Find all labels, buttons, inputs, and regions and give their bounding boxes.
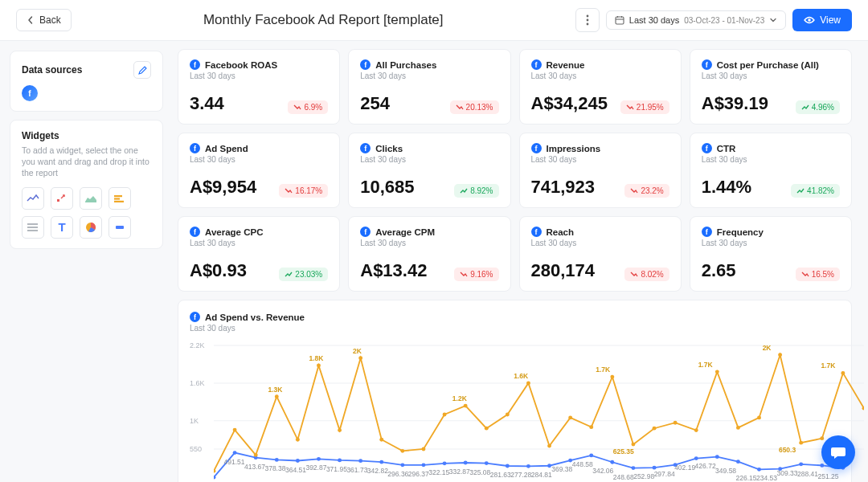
svg-point-27 — [338, 459, 342, 463]
svg-rect-16 — [116, 226, 124, 229]
metric-value: A$0.93 — [190, 260, 247, 281]
spend-point-label: 234.53 — [756, 474, 777, 482]
svg-point-83 — [862, 406, 864, 411]
chat-icon — [830, 444, 846, 460]
metric-card-clicks[interactable]: fClicksLast 30 days10,6858.92% — [348, 133, 510, 208]
metric-value: 280,174 — [531, 260, 596, 281]
widget-text[interactable]: T — [51, 216, 73, 239]
metric-delta: 4.96% — [796, 100, 840, 114]
facebook-icon: f — [360, 59, 371, 70]
metric-name: Clicks — [375, 144, 403, 153]
metric-card-impressions[interactable]: fImpressionsLast 30 days741,92323.2% — [519, 133, 682, 208]
metric-card-ctr[interactable]: fCTRLast 30 days1.44%41.82% — [690, 133, 852, 208]
view-label: View — [820, 14, 841, 26]
spend-point-label: 325.08 — [469, 468, 490, 476]
svg-rect-8 — [57, 199, 59, 202]
spend-point-label: 342.82 — [367, 467, 388, 475]
facebook-icon: f — [190, 59, 200, 70]
revenue-trough-label: 650.3 — [779, 446, 796, 454]
page-title: Monthly Facebook Ad Report [template] — [72, 12, 575, 28]
metric-subtitle: Last 30 days — [702, 155, 840, 164]
metric-card-frequency[interactable]: fFrequencyLast 30 days2.6516.5% — [690, 216, 852, 292]
svg-point-64 — [464, 404, 468, 408]
widget-area[interactable] — [80, 187, 102, 210]
svg-point-57 — [317, 364, 321, 368]
widget-line[interactable] — [22, 187, 44, 210]
svg-point-1 — [586, 19, 588, 22]
widget-ranked[interactable] — [51, 187, 73, 210]
metric-card-reach[interactable]: fReachLast 30 days280,1748.02% — [519, 216, 682, 292]
metric-name: Revenue — [547, 60, 585, 70]
widget-single[interactable] — [108, 216, 131, 239]
calendar-icon — [615, 15, 624, 25]
svg-point-36 — [526, 464, 530, 468]
svg-point-0 — [586, 15, 588, 18]
facebook-icon: f — [360, 227, 371, 237]
help-chat-button[interactable] — [821, 435, 855, 469]
svg-point-44 — [694, 456, 698, 460]
svg-point-33 — [464, 461, 468, 465]
date-range-value: 03-Oct-23 - 01-Nov-23 — [684, 16, 764, 25]
facebook-data-source-icon[interactable]: f — [22, 85, 38, 101]
svg-point-65 — [485, 427, 489, 431]
metric-subtitle: Last 30 days — [190, 155, 328, 164]
metric-card-average-cpc[interactable]: fAverage CPCLast 30 daysA$0.9323.03% — [178, 216, 340, 292]
data-sources-panel: Data sources f — [10, 51, 163, 112]
spend-point-label: 371.95 — [326, 465, 347, 473]
svg-point-53 — [233, 428, 237, 432]
metric-card-ad-spend[interactable]: fAd SpendLast 30 daysA$9,95416.17% — [178, 133, 340, 208]
svg-point-47 — [757, 468, 761, 472]
spend-point-label: 248.68 — [613, 473, 634, 481]
svg-point-49 — [799, 462, 803, 466]
revenue-peak-label: 1.6K — [514, 372, 528, 380]
facebook-icon: f — [702, 59, 712, 70]
svg-point-74 — [674, 421, 678, 425]
metric-name: Facebook ROAS — [205, 60, 277, 70]
metric-name: Cost per Purchase (All) — [717, 60, 819, 70]
svg-point-50 — [820, 464, 824, 468]
metric-value: A$9,954 — [190, 177, 256, 198]
metric-card-average-cpm[interactable]: fAverage CPMLast 30 daysA$13.429.16% — [348, 216, 510, 292]
metric-card-revenue[interactable]: fRevenueLast 30 daysA$34,24521.95% — [519, 49, 682, 125]
svg-point-45 — [715, 455, 719, 459]
widget-bars[interactable] — [108, 187, 131, 210]
metric-value: A$34,245 — [531, 93, 608, 114]
spend-point-label: 288.41 — [797, 470, 818, 478]
svg-point-71 — [610, 375, 614, 379]
revenue-peak-label: 1.7K — [821, 362, 836, 370]
metric-card-facebook-roas[interactable]: fFacebook ROASLast 30 days3.446.9% — [178, 49, 340, 125]
spend-point-label: 342.06 — [592, 467, 613, 475]
svg-point-73 — [653, 427, 657, 431]
svg-point-56 — [296, 438, 300, 442]
spend-point-label: 296.37 — [408, 470, 429, 478]
svg-point-25 — [296, 459, 300, 463]
edit-data-sources-button[interactable] — [133, 61, 151, 79]
widget-list[interactable] — [22, 216, 44, 239]
y-tick: 2.2K — [190, 341, 205, 349]
view-button[interactable]: View — [792, 9, 852, 31]
metric-subtitle: Last 30 days — [360, 71, 498, 80]
svg-point-29 — [379, 460, 383, 464]
spend-point-label: 281.63 — [490, 471, 511, 479]
more-menu-button[interactable] — [575, 8, 600, 32]
spend-point-label: 252.98 — [633, 472, 654, 480]
svg-point-62 — [422, 447, 426, 451]
y-tick: 1.6K — [190, 379, 205, 387]
metric-delta: 8.02% — [624, 268, 669, 281]
metric-card-cost-per-purchase-all-[interactable]: fCost per Purchase (All)Last 30 daysA$39… — [690, 49, 852, 125]
widget-pie[interactable] — [80, 216, 102, 239]
metric-delta: 9.16% — [454, 268, 498, 281]
metric-delta: 41.82% — [791, 184, 840, 198]
back-button[interactable]: Back — [16, 9, 72, 31]
metric-card-all-purchases[interactable]: fAll PurchasesLast 30 days25420.13% — [348, 49, 510, 125]
metric-delta: 21.95% — [620, 100, 669, 114]
spend-point-label: 392.87 — [305, 464, 326, 472]
metric-delta: 23.03% — [279, 268, 328, 281]
svg-point-76 — [715, 370, 719, 374]
svg-point-30 — [400, 463, 404, 467]
facebook-icon: f — [360, 143, 371, 153]
date-range-picker[interactable]: Last 30 days 03-Oct-23 - 01-Nov-23 — [606, 10, 786, 30]
revenue-peak-label: 1.2K — [452, 394, 467, 402]
metric-subtitle: Last 30 days — [531, 71, 669, 80]
revenue-peak-label: 1.7K — [596, 366, 610, 374]
